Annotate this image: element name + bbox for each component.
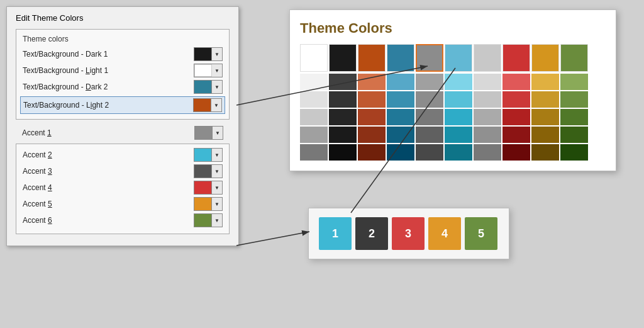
shade-8-3[interactable]: [531, 127, 559, 143]
accent5-label: Accent 5: [23, 200, 194, 208]
accent1-dropdown-arrow[interactable]: ▼: [213, 127, 223, 139]
theme-colors-label: Theme colors: [23, 35, 223, 43]
shade-1-3[interactable]: [329, 127, 357, 143]
accent6-dropdown-arrow[interactable]: ▼: [212, 214, 222, 227]
accent3-dropdown-arrow[interactable]: ▼: [212, 165, 222, 178]
shade-4-3[interactable]: [416, 127, 443, 143]
accent-display-row: 1 2 3 4 5: [319, 217, 499, 250]
shade-0-3[interactable]: [300, 127, 328, 143]
shade-3-2[interactable]: [387, 109, 414, 125]
shade-8-0[interactable]: [531, 74, 559, 90]
shade-0-2[interactable]: [300, 109, 328, 125]
shade-6-2[interactable]: [474, 109, 501, 125]
accent5-swatch-btn[interactable]: ▼: [194, 197, 223, 211]
top-color-6[interactable]: [474, 44, 501, 72]
accent-block-1[interactable]: 1: [319, 217, 352, 250]
top-color-4[interactable]: [416, 44, 443, 72]
color-row-dark2: Text/Background - Dark 2 ▼: [23, 80, 223, 94]
shade-8-1[interactable]: [531, 91, 559, 108]
accent3-swatch: [194, 165, 212, 178]
shade-7-1[interactable]: [502, 91, 530, 108]
top-color-1[interactable]: [329, 44, 357, 72]
shade-6-0[interactable]: [474, 74, 501, 90]
shade-5-2[interactable]: [445, 109, 472, 125]
accent-block-3[interactable]: 3: [392, 217, 425, 250]
light1-dropdown-arrow[interactable]: ▼: [212, 64, 222, 77]
shade-4-4[interactable]: [416, 144, 443, 161]
shade-3-0[interactable]: [387, 74, 414, 90]
shade-1-0[interactable]: [329, 74, 357, 90]
shade-1-2[interactable]: [329, 109, 357, 125]
shade-7-4[interactable]: [502, 144, 530, 161]
top-color-2[interactable]: [358, 44, 386, 72]
shade-8-4[interactable]: [531, 144, 559, 161]
accent4-row: Accent 4 ▼: [23, 181, 223, 195]
light1-swatch-btn[interactable]: ▼: [194, 64, 223, 77]
shade-1-4[interactable]: [329, 144, 357, 161]
accent5-dropdown-arrow[interactable]: ▼: [212, 198, 222, 210]
shade-3-1[interactable]: [387, 91, 414, 108]
shade-2-0[interactable]: [358, 74, 386, 90]
accent-block-2[interactable]: 2: [355, 217, 388, 250]
shade-6-1[interactable]: [474, 91, 501, 108]
color-row-dark1: Text/Background - Dark 1 ▼: [23, 47, 223, 61]
accent2-dropdown-arrow[interactable]: ▼: [212, 149, 222, 161]
accent6-swatch: [194, 214, 212, 227]
accent-block-5[interactable]: 5: [465, 217, 497, 250]
shade-2-2[interactable]: [358, 109, 386, 125]
accent2-row: Accent 2 ▼: [23, 148, 223, 162]
shade-6-4[interactable]: [474, 144, 501, 161]
accent-group-box: Accent 2 ▼ Accent 3 ▼ Accent 4 ▼ Accent …: [16, 144, 230, 234]
accent1-swatch-btn[interactable]: ▼: [194, 126, 223, 140]
shade-3-4[interactable]: [387, 144, 414, 161]
shade-5-1[interactable]: [445, 91, 472, 108]
accent4-swatch-btn[interactable]: ▼: [194, 181, 223, 195]
dark2-dropdown-arrow[interactable]: ▼: [212, 81, 222, 93]
shade-5-3[interactable]: [445, 127, 472, 143]
shade-0-1[interactable]: [300, 91, 328, 108]
dark2-swatch-btn[interactable]: ▼: [194, 80, 223, 94]
shade-8-2[interactable]: [531, 109, 559, 125]
accent-block-4[interactable]: 4: [428, 217, 461, 250]
top-color-8[interactable]: [531, 44, 559, 72]
shade-4-0[interactable]: [416, 74, 443, 90]
shade-0-4[interactable]: [300, 144, 328, 161]
light2-swatch-btn[interactable]: ▼: [193, 98, 222, 112]
shade-col-4: [416, 74, 443, 161]
shade-9-4[interactable]: [560, 144, 588, 161]
accent3-row: Accent 3 ▼: [23, 164, 223, 178]
shade-4-1[interactable]: [416, 91, 443, 108]
accent4-dropdown-arrow[interactable]: ▼: [212, 181, 222, 194]
shade-0-0[interactable]: [300, 74, 328, 90]
shade-3-3[interactable]: [387, 127, 414, 143]
accent2-swatch-btn[interactable]: ▼: [194, 148, 223, 162]
light2-swatch: [194, 99, 211, 111]
shade-9-0[interactable]: [560, 74, 588, 90]
top-color-3[interactable]: [387, 44, 414, 72]
top-color-0[interactable]: [300, 44, 328, 72]
shade-2-4[interactable]: [358, 144, 386, 161]
top-color-7[interactable]: [502, 44, 530, 72]
light2-dropdown-arrow[interactable]: ▼: [211, 99, 221, 111]
shade-5-0[interactable]: [445, 74, 472, 90]
shade-9-3[interactable]: [560, 127, 588, 143]
shade-5-4[interactable]: [445, 144, 472, 161]
shade-2-1[interactable]: [358, 91, 386, 108]
shade-2-3[interactable]: [358, 127, 386, 143]
shade-9-2[interactable]: [560, 109, 588, 125]
shade-1-1[interactable]: [329, 91, 357, 108]
dark1-dropdown-arrow[interactable]: ▼: [212, 48, 222, 60]
top-color-9[interactable]: [560, 44, 588, 72]
accent6-swatch-btn[interactable]: ▼: [194, 213, 223, 227]
shade-9-1[interactable]: [560, 91, 588, 108]
dark1-label: Text/Background - Dark 1: [23, 50, 194, 59]
accent3-swatch-btn[interactable]: ▼: [194, 164, 223, 178]
shade-6-3[interactable]: [474, 127, 501, 143]
theme-colors-group: Theme colors Text/Background - Dark 1 ▼ …: [16, 29, 230, 120]
shade-7-2[interactable]: [502, 109, 530, 125]
shade-4-2[interactable]: [416, 109, 443, 125]
shade-7-0[interactable]: [502, 74, 530, 90]
shade-7-3[interactable]: [502, 127, 530, 143]
dark1-swatch-btn[interactable]: ▼: [194, 47, 223, 61]
top-color-5[interactable]: [445, 44, 472, 72]
